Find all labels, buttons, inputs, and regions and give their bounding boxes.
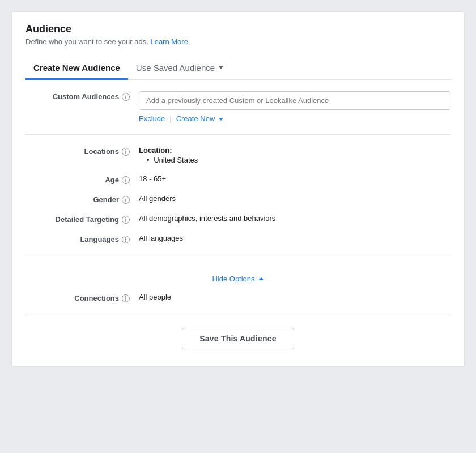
connections-info-icon[interactable]: i — [122, 294, 130, 302]
connections-value: All people — [139, 293, 450, 301]
chevron-up-icon — [258, 277, 264, 280]
gender-row: Gender i All genders — [26, 194, 450, 204]
languages-value: All languages — [139, 234, 450, 242]
audience-card: Audience Define who you want to see your… — [11, 11, 465, 367]
tab-use-saved[interactable]: Use Saved Audience — [128, 57, 231, 80]
connections-section: Hide Options Connections i All people — [26, 255, 450, 314]
custom-audiences-input[interactable] — [139, 91, 450, 110]
connections-row: Connections i All people — [26, 293, 450, 302]
custom-audiences-row: Custom Audiences i Exclude | Create New — [26, 91, 450, 123]
tab-create-new[interactable]: Create New Audience — [26, 57, 128, 80]
connections-label: Connections i — [26, 293, 139, 302]
locations-info-icon[interactable]: i — [122, 148, 130, 156]
chevron-down-icon — [219, 66, 223, 69]
learn-more-link[interactable]: Learn More — [150, 37, 188, 46]
create-new-link[interactable]: Create New — [176, 114, 223, 123]
header-section: Audience Define who you want to see your… — [26, 23, 450, 46]
custom-audiences-section: Custom Audiences i Exclude | Create New — [26, 80, 450, 135]
age-label: Age i — [26, 174, 139, 184]
tabs-container: Create New Audience Use Saved Audience — [26, 57, 450, 80]
detailed-targeting-row: Detailed Targeting i All demographics, i… — [26, 214, 450, 224]
save-audience-button[interactable]: Save This Audience — [182, 328, 294, 349]
languages-row: Languages i All languages — [26, 234, 450, 243]
locations-row: Locations i Location: • United States — [26, 146, 450, 164]
languages-info-icon[interactable]: i — [122, 236, 130, 243]
custom-audiences-label: Custom Audiences i — [26, 91, 139, 101]
divider: | — [169, 114, 171, 123]
page-title: Audience — [26, 23, 450, 35]
locations-label: Locations i — [26, 146, 139, 156]
hide-options-link[interactable]: Hide Options — [212, 275, 264, 283]
detailed-targeting-info-icon[interactable]: i — [122, 216, 130, 224]
detailed-targeting-value: All demographics, interests and behavior… — [139, 214, 450, 223]
locations-content: Location: • United States — [139, 146, 450, 164]
bullet-icon: • — [147, 156, 150, 164]
targeting-section: Locations i Location: • United States Ag… — [26, 135, 450, 255]
languages-label: Languages i — [26, 234, 139, 243]
custom-audiences-content: Exclude | Create New — [139, 91, 450, 123]
age-row: Age i 18 - 65+ — [26, 174, 450, 184]
create-new-chevron-icon — [219, 118, 223, 121]
save-section: Save This Audience — [26, 314, 450, 349]
gender-info-icon[interactable]: i — [122, 196, 130, 204]
detailed-targeting-label: Detailed Targeting i — [26, 214, 139, 224]
gender-label: Gender i — [26, 194, 139, 204]
gender-value: All genders — [139, 194, 450, 203]
page-subtitle: Define who you want to see your ads. Lea… — [26, 37, 450, 46]
custom-audiences-actions: Exclude | Create New — [139, 114, 450, 123]
hide-options-row: Hide Options — [26, 267, 450, 293]
custom-audiences-info-icon[interactable]: i — [122, 93, 130, 101]
exclude-link[interactable]: Exclude — [139, 114, 165, 123]
age-info-icon[interactable]: i — [122, 176, 130, 184]
location-value: • United States — [139, 156, 450, 164]
age-value: 18 - 65+ — [139, 174, 450, 183]
